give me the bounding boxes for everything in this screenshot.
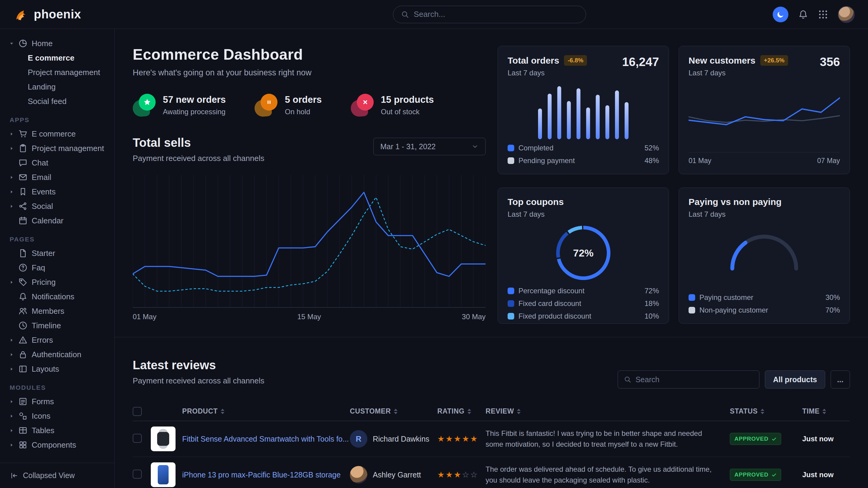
search-input[interactable] [414,10,578,19]
star-icon [139,94,156,110]
sort-icon [823,409,826,414]
status-badge: APPROVED [730,433,781,445]
notifications-bell-icon[interactable] [798,9,808,20]
tag-icon [19,278,27,287]
customer-name: Richard Dawkins [373,435,430,444]
navbar-actions [773,6,855,23]
user-avatar[interactable] [838,6,855,23]
caretRight-icon [9,280,14,285]
sidebar-item-calendar[interactable]: Calendar [9,214,108,228]
sidebar-item-notifications[interactable]: Notifications [9,289,108,304]
legend-item: Non-paying customer70% [688,306,840,314]
apps-grid-icon[interactable] [818,9,828,20]
sidebar-item-social-feed[interactable]: Social feed [9,94,108,108]
review-time: Just now [802,435,850,443]
bell-icon [19,292,27,301]
calendar-icon [19,216,27,225]
column-header-rating[interactable]: RATING [437,407,486,415]
sidebar-item-forms[interactable]: Forms [9,394,108,409]
sidebar-item-e-commerce[interactable]: E commerce [9,127,108,141]
sidebar-item-faq[interactable]: Faq [9,260,108,275]
total-orders-card: Total orders -6.8% Last 7 days 16,247 Co… [498,46,669,174]
sidebar-item-authentication[interactable]: Authentication [9,347,108,362]
reviews-table-body: Fitbit Sense Advanced Smartwatch with To… [133,421,850,488]
collapse-icon [10,472,18,480]
search-icon [624,376,631,383]
rating-stars: ★★★☆☆ [437,470,486,480]
moon-icon [776,10,785,19]
sort-icon [467,409,471,414]
reviews-search[interactable] [618,370,760,389]
sidebar-item-project-management[interactable]: Project management [9,65,108,79]
sidebar-item-project-management[interactable]: Project management [9,141,108,156]
column-header-time[interactable]: TIME [802,407,850,415]
page-subtitle: Here's what's going on at your business … [133,68,486,77]
sidebar-item-icons[interactable]: Icons [9,409,108,423]
legend-item: Percentage discount72% [507,287,659,295]
sidebar-item-e-commerce[interactable]: E commerce [9,51,108,65]
sidebar-item-email[interactable]: Email [9,170,108,185]
sidebar-item-layouts[interactable]: Layouts [9,362,108,376]
card-title: Paying vs non paying [688,197,781,207]
theme-toggle-button[interactable] [773,7,788,22]
chat-icon [19,158,27,167]
global-search[interactable] [393,6,586,23]
column-header-product[interactable]: PRODUCT [182,407,350,415]
share-icon [19,202,27,211]
column-header-review[interactable]: REVIEW [486,407,730,415]
legend: Completed52%Pending payment48% [507,139,659,165]
product-thumbnail [151,426,176,451]
collapsed-view-toggle[interactable]: Collapsed View [0,463,114,488]
row-checkbox[interactable] [133,434,142,443]
warning-icon [19,335,27,345]
reviews-search-input[interactable] [636,375,753,384]
sidebar-item-events[interactable]: Events [9,185,108,199]
product-link[interactable]: iPhone 13 pro max-Pacific Blue-128GB sto… [182,470,350,479]
sidebar-item-components[interactable]: Components [9,438,108,452]
paying-gauge-chart [728,231,801,271]
sidebar-section-label: APPS [10,116,108,124]
collapsed-view-label: Collapsed View [23,471,75,480]
clipboard-icon [19,144,27,153]
all-products-button[interactable]: All products [765,370,825,389]
customer-name: Ashley Garrett [373,470,421,479]
sidebar-item-home[interactable]: Home [9,36,108,51]
card-title: New customers [688,56,755,66]
phoenix-logo-icon [13,6,30,23]
legend-item: Fixed card discount18% [507,299,659,308]
table-icon [19,426,27,435]
brand-logo[interactable]: phoenix [13,6,81,23]
sidebar-item-pricing[interactable]: Pricing [9,275,108,289]
customers-line-chart [688,85,840,149]
star-icon [143,98,151,106]
sidebar-item-members[interactable]: Members [9,304,108,318]
stat-blob [133,94,156,117]
sidebar-item-timeline[interactable]: Timeline [9,318,108,333]
row-checkbox[interactable] [133,469,142,479]
review-text: The order was delivered ahead of schedul… [486,464,730,486]
caretRight-icon [9,337,14,343]
sidebar-item-landing[interactable]: Landing [9,79,108,94]
more-options-button[interactable]: ... [831,370,850,389]
select-all-checkbox[interactable] [133,407,142,416]
caretRight-icon [9,146,14,151]
product-link[interactable]: Fitbit Sense Advanced Smartwatch with To… [182,435,350,444]
check-icon [772,436,777,442]
sidebar-item-starter[interactable]: Starter [9,246,108,260]
sort-icon [517,409,521,414]
shapes-icon [19,412,27,421]
sort-icon [221,409,224,414]
total-sells-x-axis: 01 May 15 May 30 May [133,313,486,321]
sidebar-item-chat[interactable]: Chat [9,156,108,170]
sidebar-item-social[interactable]: Social [9,199,108,214]
column-header-status[interactable]: STATUS [730,407,802,415]
column-header-customer[interactable]: CUSTOMER [350,407,437,415]
date-range-select[interactable]: Mar 1 - 31, 2022 [373,138,486,155]
layout-icon [19,364,27,373]
sidebar-item-errors[interactable]: Errors [9,333,108,347]
question-icon [19,263,27,272]
clock-icon [19,321,27,330]
stat-orders-on-hold: 5 ordersOn hold [254,94,321,117]
total-sells-title: Total sells [133,136,264,150]
sidebar-item-tables[interactable]: Tables [9,423,108,438]
